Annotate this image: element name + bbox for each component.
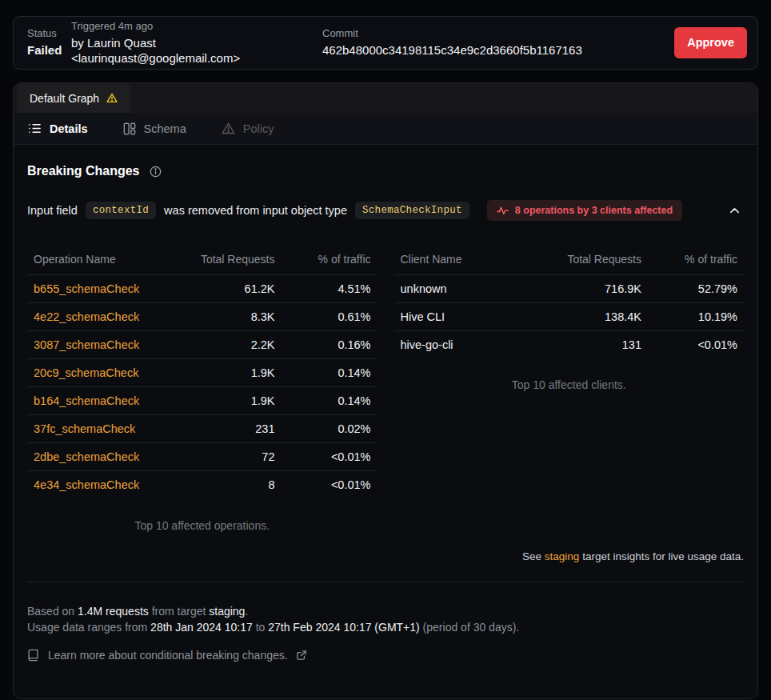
table-row: 20c9_schemaCheck1.9K0.14%: [27, 358, 378, 386]
insights-note-suffix: target insights for live usage data.: [579, 550, 744, 562]
row-traffic: 10.19%: [641, 310, 737, 323]
row-traffic: 0.16%: [275, 338, 371, 351]
column-client-name: Client Name: [401, 253, 534, 266]
row-traffic: 52.79%: [641, 282, 737, 295]
row-name[interactable]: b164_schemaCheck: [34, 394, 167, 407]
section-divider: [27, 582, 744, 582]
table-row: Hive CLI138.4K10.19%: [394, 302, 745, 330]
table-row: b164_schemaCheck1.9K0.14%: [27, 386, 378, 414]
row-total-requests: 1.9K: [167, 366, 275, 379]
insights-note: See staging target insights for live usa…: [27, 550, 744, 562]
row-total-requests: 8: [167, 478, 275, 491]
row-traffic: 4.51%: [275, 282, 371, 295]
row-traffic: <0.01%: [275, 450, 371, 463]
row-total-requests: 1.9K: [167, 394, 275, 407]
tab-details-label: Details: [50, 122, 88, 135]
breaking-change-row[interactable]: Input field contextId was removed from i…: [27, 200, 744, 221]
insights-note-prefix: See: [522, 550, 545, 562]
triggered-label: Triggered 4m ago: [71, 20, 322, 33]
row-traffic: <0.01%: [275, 478, 371, 491]
usage-text: (period of 30 days).: [420, 621, 520, 634]
tab-details[interactable]: Details: [28, 122, 88, 135]
table-row: 4e34_schemaCheck8<0.01%: [27, 470, 378, 498]
row-name: unknown: [401, 282, 534, 295]
status-value: Failed: [27, 42, 71, 58]
tab-policy[interactable]: Policy: [222, 122, 274, 135]
learn-more-link[interactable]: Learn more about conditional breaking ch…: [27, 649, 306, 662]
table-row: hive-go-cli131<0.01%: [394, 330, 745, 358]
type-code-chip: SchemaCheckInput: [355, 202, 469, 219]
graph-tab-strip: Default Graph: [14, 83, 757, 113]
usage-text: Usage data ranges from: [27, 621, 150, 634]
external-link-icon: [297, 650, 306, 660]
row-total-requests: 8.3K: [167, 310, 275, 323]
usage-summary-line1: Based on 1.4M requests from target stagi…: [27, 603, 744, 619]
field-code-chip: contextId: [86, 202, 156, 219]
tab-schema[interactable]: Schema: [123, 122, 186, 135]
operations-table: Operation Name Total Requests % of traff…: [27, 245, 378, 532]
row-name[interactable]: b655_schemaCheck: [34, 282, 167, 295]
status-label: Status: [27, 27, 71, 40]
breaking-changes-header: Breaking Changes: [27, 164, 744, 178]
book-icon: [27, 649, 39, 662]
affected-badge-label: 8 operations by 3 clients affected: [515, 205, 673, 216]
table-row: b655_schemaCheck61.2K4.51%: [27, 274, 378, 302]
schema-icon: [123, 122, 136, 135]
clients-table-caption: Top 10 affected clients.: [394, 378, 745, 391]
change-text-prefix: Input field: [27, 204, 78, 217]
staging-target-link[interactable]: staging: [545, 550, 580, 562]
row-total-requests: 138.4K: [533, 310, 641, 323]
table-row: 37fc_schemaCheck2310.02%: [27, 414, 378, 442]
table-row: 3087_schemaCheck2.2K0.16%: [27, 330, 378, 358]
date-to: 27th Feb 2024 10:17 (GMT+1): [268, 621, 420, 634]
operations-table-header: Operation Name Total Requests % of traff…: [27, 245, 378, 274]
check-nav: Details Schema Policy: [14, 113, 757, 145]
row-traffic: 0.02%: [275, 422, 371, 435]
info-icon[interactable]: [150, 166, 162, 178]
section-title: Breaking Changes: [27, 164, 139, 178]
row-name[interactable]: 20c9_schemaCheck: [34, 366, 167, 379]
tab-policy-label: Policy: [243, 122, 274, 135]
table-row: 4e22_schemaCheck8.3K0.61%: [27, 302, 378, 330]
commit-hash: 462b48000c34198115c34e9c2d3660f5b1167163: [322, 42, 582, 58]
affected-operations-badge[interactable]: 8 operations by 3 clients affected: [487, 200, 682, 221]
check-details-card: Default Graph Details: [13, 82, 758, 699]
tab-schema-label: Schema: [144, 122, 186, 135]
warning-icon: [106, 93, 118, 103]
usage-summary-line2: Usage data ranges from 28th Jan 2024 10:…: [27, 619, 744, 635]
row-total-requests: 231: [167, 422, 275, 435]
row-total-requests: 61.2K: [167, 282, 275, 295]
clients-table: Client Name Total Requests % of traffic …: [394, 245, 745, 391]
status-block: Status Failed: [27, 27, 71, 58]
row-name[interactable]: 37fc_schemaCheck: [34, 422, 167, 435]
target-name: staging: [209, 605, 245, 618]
commit-label: Commit: [322, 27, 582, 40]
column-total-requests: Total Requests: [533, 253, 641, 266]
learn-more-label: Learn more about conditional breaking ch…: [48, 649, 288, 662]
approve-button[interactable]: Approve: [674, 27, 747, 58]
row-name: hive-go-cli: [401, 338, 534, 351]
change-text-middle: was removed from input object type: [164, 204, 347, 217]
row-total-requests: 2.2K: [167, 338, 275, 351]
row-name[interactable]: 4e22_schemaCheck: [34, 310, 167, 323]
triggered-author: by Laurin Quast <laurinquast@googlemail.…: [71, 35, 322, 66]
tab-default-graph[interactable]: Default Graph: [17, 83, 130, 113]
clients-table-header: Client Name Total Requests % of traffic: [394, 245, 745, 274]
row-traffic: 0.14%: [275, 394, 371, 407]
usage-text: from target: [149, 605, 209, 618]
column-total-requests: Total Requests: [167, 253, 275, 266]
commit-block: Commit 462b48000c34198115c34e9c2d3660f5b…: [322, 27, 582, 58]
row-name[interactable]: 4e34_schemaCheck: [34, 478, 167, 491]
clients-table-body: unknown716.9K52.79%Hive CLI138.4K10.19%h…: [394, 274, 745, 358]
row-traffic: 0.14%: [275, 366, 371, 379]
row-name[interactable]: 3087_schemaCheck: [34, 338, 167, 351]
table-row: 2dbe_schemaCheck72<0.01%: [27, 442, 378, 470]
chevron-up-icon[interactable]: [729, 205, 741, 217]
date-from: 28th Jan 2024 10:17: [150, 621, 253, 634]
row-total-requests: 72: [167, 450, 275, 463]
operations-table-caption: Top 10 affected operations.: [27, 519, 378, 532]
graph-tab-label: Default Graph: [30, 92, 99, 105]
operations-table-body: b655_schemaCheck61.2K4.51%4e22_schemaChe…: [27, 274, 378, 498]
row-name[interactable]: 2dbe_schemaCheck: [34, 450, 167, 463]
column-traffic: % of traffic: [275, 253, 371, 266]
